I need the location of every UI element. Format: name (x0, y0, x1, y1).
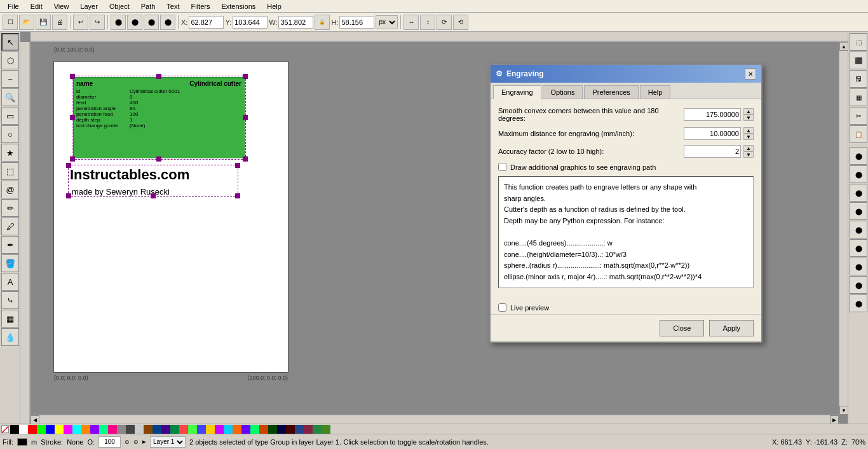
smooth-input[interactable] (684, 108, 741, 121)
smooth-spin-up[interactable]: ▲ (743, 108, 754, 114)
menu-path[interactable]: Path (136, 1, 161, 11)
palette-color-29[interactable] (268, 425, 277, 434)
accuracy-spin-down[interactable]: ▼ (743, 151, 754, 158)
menu-filters[interactable]: Filters (186, 1, 215, 11)
palette-color-26[interactable] (241, 425, 250, 434)
maxdist-spin-down[interactable]: ▼ (743, 134, 754, 140)
menu-object[interactable]: Object (104, 1, 135, 11)
accuracy-spin-up[interactable]: ▲ (743, 145, 754, 151)
right-btn-12[interactable]: ⬤ (850, 239, 867, 257)
maxdist-input[interactable] (684, 127, 741, 140)
palette-color-20[interactable] (188, 425, 197, 434)
right-btn-7[interactable]: ⬤ (850, 147, 867, 165)
toolbar-align-center[interactable]: ⬤ (127, 15, 142, 30)
palette-color-34[interactable] (313, 425, 322, 434)
y-input[interactable] (233, 16, 268, 29)
palette-color-2[interactable] (28, 425, 37, 434)
right-btn-13[interactable]: ⬤ (850, 258, 867, 275)
right-btn-2[interactable]: ⬛ (850, 52, 867, 69)
live-preview-checkbox[interactable] (498, 303, 506, 312)
palette-color-12[interactable] (117, 425, 126, 434)
transform4[interactable]: ⟲ (453, 15, 468, 30)
right-btn-9[interactable]: ⬤ (850, 184, 867, 202)
transform1[interactable]: ↔ (403, 15, 419, 30)
tool-tweak[interactable]: ~ (1, 70, 19, 88)
transform3[interactable]: ⟳ (437, 15, 452, 30)
menu-help[interactable]: Help (262, 1, 287, 11)
tool-pen[interactable]: 🖊 (1, 218, 19, 235)
fill-swatch[interactable] (17, 438, 27, 446)
right-btn-5[interactable]: ✂ (850, 107, 867, 125)
x-input[interactable] (189, 16, 224, 29)
opacity-input[interactable] (98, 436, 121, 448)
menu-edit[interactable]: Edit (25, 1, 48, 11)
palette-color-23[interactable] (215, 425, 224, 434)
palette-color-17[interactable] (161, 425, 170, 434)
right-btn-3[interactable]: 🖫 (850, 70, 867, 88)
palette-color-33[interactable] (304, 425, 313, 434)
right-btn-14[interactable]: ⬤ (850, 276, 867, 294)
palette-color-27[interactable] (250, 425, 259, 434)
palette-color-31[interactable] (286, 425, 295, 434)
apply-button[interactable]: Apply (709, 320, 754, 336)
palette-color-8[interactable] (81, 425, 90, 434)
tool-star[interactable]: ★ (1, 144, 19, 162)
toolbar-new[interactable]: ☐ (3, 15, 18, 30)
opacity-icon1[interactable]: ⊙ (125, 439, 130, 445)
palette-color-13[interactable] (126, 425, 135, 434)
palette-color-11[interactable] (108, 425, 117, 434)
tool-bucket[interactable]: 🪣 (1, 254, 19, 272)
right-btn-15[interactable]: ⬤ (850, 294, 867, 312)
w-input[interactable] (278, 16, 313, 29)
draw-graphics-checkbox[interactable] (498, 163, 506, 171)
tool-spiral[interactable]: @ (1, 181, 19, 198)
h-input[interactable] (339, 16, 374, 29)
toolbar-undo[interactable]: ↩ (73, 15, 88, 30)
tool-eyedropper[interactable]: 💧 (1, 328, 19, 346)
tool-circle[interactable]: ○ (1, 125, 19, 143)
tool-zoom[interactable]: 🔍 (1, 88, 19, 106)
toolbar-redo[interactable]: ↪ (90, 15, 105, 30)
menu-layer[interactable]: Layer (75, 1, 103, 11)
right-btn-6[interactable]: 📋 (850, 125, 867, 143)
palette-color-4[interactable] (46, 425, 55, 434)
opacity-icon2[interactable]: ⊙ (133, 439, 139, 445)
right-btn-11[interactable]: ⬤ (850, 221, 867, 238)
palette-color-7[interactable] (72, 425, 81, 434)
palette-color-5[interactable] (55, 425, 64, 434)
hscroll-right[interactable]: ▶ (830, 415, 839, 424)
palette-color-30[interactable] (277, 425, 286, 434)
transform2[interactable]: ↕ (420, 15, 435, 30)
tool-node[interactable]: ⬡ (1, 52, 19, 69)
vscroll-up[interactable]: ▲ (839, 42, 848, 51)
layer-select[interactable]: Layer 1 (150, 436, 186, 448)
palette-color-18[interactable] (170, 425, 179, 434)
vscroll-down[interactable]: ▼ (839, 406, 848, 415)
palette-color-19[interactable] (179, 425, 188, 434)
toolbar-align-distribute[interactable]: ⬤ (160, 15, 175, 30)
toolbar-print[interactable]: 🖨 (52, 15, 67, 30)
menu-view[interactable]: View (49, 1, 74, 11)
tab-options[interactable]: Options (543, 85, 583, 99)
palette-color-16[interactable] (153, 425, 161, 434)
maxdist-spin-up[interactable]: ▲ (743, 127, 754, 134)
tab-help[interactable]: Help (640, 85, 671, 99)
palette-color-14[interactable] (135, 425, 144, 434)
tool-3d-box[interactable]: ⬚ (1, 162, 19, 180)
right-btn-1[interactable]: ⬚ (850, 33, 867, 51)
palette-color-32[interactable] (295, 425, 304, 434)
tool-pencil[interactable]: ✏ (1, 199, 19, 217)
tab-engraving[interactable]: Engraving (493, 85, 541, 99)
unit-select[interactable]: px (376, 15, 398, 29)
tool-calligraphy[interactable]: ✒ (1, 236, 19, 254)
palette-color-28[interactable] (259, 425, 268, 434)
palette-color-3[interactable] (37, 425, 46, 434)
tool-rect[interactable]: ▭ (1, 107, 19, 125)
right-btn-4[interactable]: ▦ (850, 88, 867, 106)
close-button[interactable]: Close (660, 320, 704, 336)
palette-none[interactable] (1, 425, 9, 433)
palette-color-15[interactable] (144, 425, 153, 434)
tool-text[interactable]: A (1, 273, 19, 291)
toolbar-align-left[interactable]: ⬤ (111, 15, 126, 30)
lock-aspect[interactable]: 🔒 (315, 15, 330, 30)
